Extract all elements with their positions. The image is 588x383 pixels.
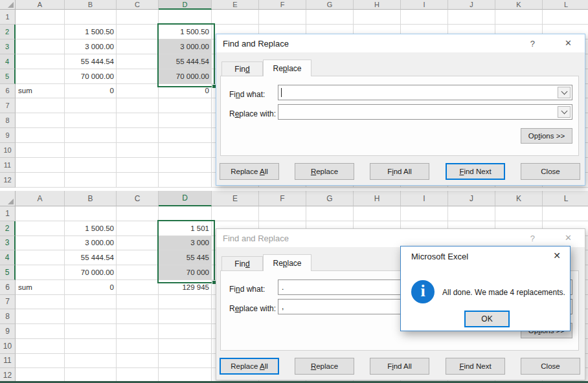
cell-D8[interactable] <box>159 309 212 324</box>
tab-replace[interactable]: Replace <box>263 254 311 271</box>
cell-D5[interactable]: 70 000.00 <box>159 69 212 84</box>
cell-K1[interactable] <box>495 10 543 25</box>
cell-B2[interactable]: 1 500.50 <box>65 25 117 39</box>
cell-B10[interactable] <box>65 339 117 354</box>
help-icon[interactable]: ? <box>530 39 535 49</box>
help-icon[interactable]: ? <box>530 234 535 243</box>
cell-B3[interactable]: 3 000.00 <box>65 236 117 251</box>
cell-B5[interactable]: 70 000.00 <box>65 69 117 84</box>
row-header-2[interactable]: 2 <box>0 221 16 236</box>
cell-C3[interactable] <box>117 39 159 54</box>
cell-B7[interactable] <box>65 98 117 113</box>
cell-D2[interactable]: 1 500.50 <box>159 25 212 39</box>
cell-K1[interactable] <box>495 206 543 221</box>
select-all-button[interactable] <box>0 0 16 10</box>
cell-C11[interactable] <box>117 354 159 369</box>
tab-find[interactable]: Find <box>221 256 263 271</box>
cell-C9[interactable] <box>117 324 159 339</box>
row-header-5[interactable]: 5 <box>0 69 16 84</box>
cell-C4[interactable] <box>117 250 159 265</box>
cell-A3[interactable] <box>16 236 65 251</box>
chevron-down-icon[interactable] <box>558 87 571 98</box>
col-header-K[interactable]: K <box>495 0 543 10</box>
cell-D4[interactable]: 55 444.54 <box>159 54 212 69</box>
cell-B11[interactable] <box>65 158 117 173</box>
row-header-3[interactable]: 3 <box>0 39 16 54</box>
cell-A8[interactable] <box>16 113 65 128</box>
cell-D3[interactable]: 3 000.00 <box>159 39 212 54</box>
cell-B4[interactable]: 55 444.54 <box>65 250 117 265</box>
options-button[interactable]: Options >> <box>521 128 572 144</box>
col-header-I[interactable]: I <box>401 0 448 10</box>
cell-C8[interactable] <box>117 113 159 128</box>
cell-A12[interactable] <box>16 173 65 188</box>
close-icon[interactable]: ✕ <box>565 38 572 48</box>
cell-C1[interactable] <box>117 206 159 221</box>
col-header-J[interactable]: J <box>448 0 495 10</box>
cell-A7[interactable] <box>16 295 65 310</box>
cell-A8[interactable] <box>16 309 65 324</box>
cell-C10[interactable] <box>117 143 159 158</box>
col-header-A[interactable]: A <box>16 191 65 206</box>
col-header-K[interactable]: K <box>495 191 543 206</box>
cell-A4[interactable] <box>16 250 65 265</box>
row-header-8[interactable]: 8 <box>0 309 16 324</box>
cell-D12[interactable] <box>159 173 212 188</box>
cell-B5[interactable]: 70 000.00 <box>65 265 117 280</box>
cell-E1[interactable] <box>212 206 259 221</box>
cell-C4[interactable] <box>117 54 159 69</box>
cell-B9[interactable] <box>65 128 117 143</box>
replace-with-input[interactable] <box>278 104 572 120</box>
cell-C3[interactable] <box>117 236 159 251</box>
row-header-4[interactable]: 4 <box>0 250 16 265</box>
col-header-J[interactable]: J <box>448 191 495 206</box>
row-header-1[interactable]: 1 <box>0 206 16 221</box>
col-header-F[interactable]: F <box>259 0 306 10</box>
cell-C1[interactable] <box>117 10 159 25</box>
cell-D9[interactable] <box>159 128 212 143</box>
cell-D7[interactable] <box>159 295 212 310</box>
cell-D7[interactable] <box>159 98 212 113</box>
row-header-12[interactable]: 12 <box>0 173 16 188</box>
col-header-B[interactable]: B <box>65 191 117 206</box>
find-what-input[interactable] <box>278 85 572 100</box>
row-header-11[interactable]: 11 <box>0 354 16 369</box>
cell-A3[interactable] <box>16 39 65 54</box>
col-header-L[interactable]: L <box>543 191 588 206</box>
cell-A9[interactable] <box>16 324 65 339</box>
col-header-H[interactable]: H <box>354 0 401 10</box>
dialog-titlebar[interactable]: Find and Replace ? ✕ <box>216 229 585 247</box>
col-header-D[interactable]: D <box>159 191 212 206</box>
cell-B4[interactable]: 55 444.54 <box>65 54 117 69</box>
cell-D4[interactable]: 55 445 <box>159 250 212 265</box>
row-header-5[interactable]: 5 <box>0 265 16 280</box>
replace-button[interactable]: Replace <box>295 163 354 180</box>
cell-D11[interactable] <box>159 158 212 173</box>
cell-F1[interactable] <box>259 206 306 221</box>
row-header-7[interactable]: 7 <box>0 295 16 310</box>
cell-A11[interactable] <box>16 158 65 173</box>
cell-C7[interactable] <box>117 98 159 113</box>
cell-H1[interactable] <box>354 10 401 25</box>
cell-C12[interactable] <box>117 173 159 188</box>
cell-C8[interactable] <box>117 309 159 324</box>
cell-C11[interactable] <box>117 158 159 173</box>
find-all-button[interactable]: Find All <box>370 358 429 375</box>
cell-A7[interactable] <box>16 98 65 113</box>
cell-B7[interactable] <box>65 295 117 310</box>
col-header-G[interactable]: G <box>306 0 354 10</box>
cell-E1[interactable] <box>212 10 259 25</box>
row-header-6[interactable]: 6 <box>0 84 16 99</box>
cell-C5[interactable] <box>117 265 159 280</box>
col-header-I[interactable]: I <box>401 191 448 206</box>
cell-D1[interactable] <box>159 206 212 221</box>
cell-D6[interactable]: 0 <box>159 84 212 99</box>
cell-D5[interactable]: 70 000 <box>159 265 212 280</box>
cell-D8[interactable] <box>159 113 212 128</box>
cell-C5[interactable] <box>117 69 159 84</box>
cell-A6[interactable]: sum <box>16 84 65 99</box>
cell-C7[interactable] <box>117 295 159 310</box>
replace-all-button[interactable]: Replace All <box>220 163 279 180</box>
col-header-H[interactable]: H <box>354 191 401 206</box>
row-header-11[interactable]: 11 <box>0 158 16 173</box>
